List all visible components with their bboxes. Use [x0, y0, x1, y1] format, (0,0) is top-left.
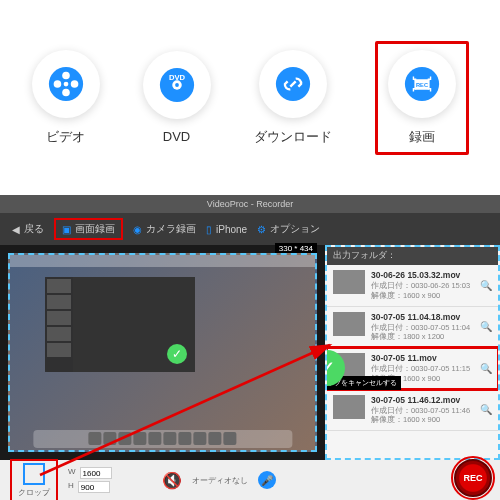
window-title: VideoProc - Recorder: [0, 195, 500, 213]
search-icon[interactable]: 🔍: [480, 280, 492, 291]
dimension-inputs: W H: [68, 467, 112, 493]
crop-button[interactable]: クロップ: [10, 459, 58, 501]
dvd-label: DVD: [163, 129, 190, 144]
screen-icon: ▣: [62, 224, 71, 235]
film-reel-icon: [32, 50, 100, 118]
back-icon: ◀: [12, 224, 20, 235]
list-item[interactable]: 30-07-05 11.04.18.mov作成日付：0030-07-05 11:…: [327, 307, 498, 349]
search-icon[interactable]: 🔍: [480, 404, 492, 415]
camera-icon: ◉: [133, 224, 142, 235]
output-panel: 出力フォルダ： 30-06-26 15.03.32.mov作成日付：0030-0…: [325, 245, 500, 460]
rec-icon: REC: [388, 50, 456, 118]
mic-button[interactable]: 🎤: [258, 471, 276, 489]
svg-point-5: [63, 81, 68, 86]
search-icon[interactable]: 🔍: [480, 363, 492, 374]
preview-area[interactable]: 330 * 434 ✓: [0, 245, 325, 460]
desktop-preview: ✓: [8, 253, 317, 452]
file-list: 30-06-26 15.03.32.mov作成日付：0030-06-26 15:…: [327, 265, 498, 458]
svg-text:DVD: DVD: [168, 73, 185, 82]
menubar: [10, 255, 315, 267]
dvd-icon: DVD: [143, 51, 211, 119]
iphone-tab[interactable]: ▯iPhone: [206, 224, 247, 235]
crop-icon: [23, 463, 45, 485]
search-icon[interactable]: 🔍: [480, 321, 492, 332]
dock: [33, 430, 292, 448]
thumbnail: [333, 312, 365, 336]
width-input[interactable]: [80, 467, 112, 479]
record-button[interactable]: REC 録画: [375, 41, 469, 155]
dvd-button[interactable]: DVD DVD: [143, 51, 211, 144]
app-window: ✓: [45, 277, 195, 372]
link-icon: [259, 50, 327, 118]
list-item[interactable]: 30-06-26 15.03.32.mov作成日付：0030-06-26 15:…: [327, 265, 498, 307]
audio-label: オーディオなし: [192, 475, 248, 486]
svg-point-4: [53, 80, 61, 88]
mute-icon[interactable]: 🔇: [162, 471, 182, 490]
svg-point-2: [70, 80, 78, 88]
options-tab[interactable]: ⚙オプション: [257, 222, 320, 236]
svg-point-1: [62, 71, 70, 79]
svg-text:REC: REC: [415, 81, 427, 87]
video-label: ビデオ: [46, 128, 85, 146]
svg-point-3: [62, 88, 70, 96]
thumbnail: [333, 270, 365, 294]
height-input[interactable]: [78, 481, 110, 493]
gear-icon: ⚙: [257, 224, 266, 235]
rec-button[interactable]: REC: [454, 459, 492, 497]
video-button[interactable]: ビデオ: [32, 50, 100, 146]
thumbnail: [333, 395, 365, 419]
list-item[interactable]: 30-07-05 11.46.12.mov作成日付：0030-07-05 11:…: [327, 390, 498, 432]
download-button[interactable]: ダウンロード: [254, 50, 332, 146]
output-folder-label: 出力フォルダ：: [327, 247, 498, 265]
camera-record-tab[interactable]: ◉カメラ録画: [133, 222, 196, 236]
check-icon: ✓: [167, 344, 187, 364]
back-button[interactable]: ◀戻る: [12, 222, 44, 236]
record-label: 録画: [409, 128, 435, 146]
screen-record-tab[interactable]: ▣画面録画: [54, 218, 123, 240]
iphone-icon: ▯: [206, 224, 212, 235]
list-item[interactable]: ✓ ESCを押すとクロップをキャンセルする 30-07-05 11.mov作成日…: [327, 348, 498, 390]
svg-point-8: [175, 83, 179, 87]
download-label: ダウンロード: [254, 128, 332, 146]
mic-icon: 🎤: [261, 475, 273, 486]
